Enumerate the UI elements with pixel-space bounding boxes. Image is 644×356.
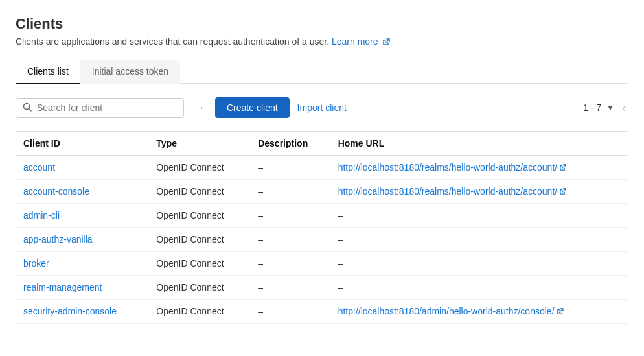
external-link-icon: [382, 38, 390, 46]
client-type: OpenID Connect: [148, 156, 250, 180]
client-home-url: –: [330, 204, 628, 228]
client-id-link[interactable]: account-console: [23, 186, 89, 196]
page-title: Clients: [16, 16, 628, 32]
external-link-icon: [559, 188, 566, 195]
client-description: –: [250, 180, 330, 204]
client-id-link[interactable]: account: [23, 162, 55, 172]
home-url-link[interactable]: http://localhost:8180/realms/hello-world…: [338, 186, 567, 196]
col-header-home-url: Home URL: [330, 132, 628, 156]
client-home-url: –: [330, 276, 628, 300]
learn-more-link[interactable]: Learn more: [332, 36, 390, 47]
search-submit-button[interactable]: →: [192, 102, 207, 113]
client-type: OpenID Connect: [148, 228, 250, 252]
home-url-link[interactable]: http://localhost:8180/realms/hello-world…: [338, 162, 567, 172]
learn-more-label: Learn more: [332, 36, 378, 47]
home-url-link[interactable]: http://localhost:8180/admin/hello-world-…: [338, 306, 564, 316]
client-description: –: [250, 156, 330, 180]
client-type: OpenID Connect: [148, 252, 250, 276]
client-id-link[interactable]: security-admin-console: [23, 306, 117, 316]
tab-clients-list[interactable]: Clients list: [16, 60, 80, 84]
table-row: security-admin-consoleOpenID Connect–htt…: [16, 300, 628, 324]
client-id-link[interactable]: app-authz-vanilla: [23, 234, 93, 244]
search-input[interactable]: [37, 102, 177, 113]
table-row: brokerOpenID Connect––: [16, 252, 628, 276]
search-icon: [23, 102, 32, 113]
table-header-row: Client ID Type Description Home URL: [16, 132, 628, 156]
client-home-url: http://localhost:8180/admin/hello-world-…: [330, 300, 628, 324]
tabs-container: Clients list Initial access token: [16, 60, 628, 84]
client-type: OpenID Connect: [148, 204, 250, 228]
client-description: –: [250, 300, 330, 324]
subtitle-text: Clients are applications and services th…: [16, 36, 329, 47]
page-subtitle: Clients are applications and services th…: [16, 36, 628, 47]
table-row: admin-cliOpenID Connect––: [16, 204, 628, 228]
table-row: app-authz-vanillaOpenID Connect––: [16, 228, 628, 252]
client-type: OpenID Connect: [148, 180, 250, 204]
svg-line-1: [29, 108, 32, 111]
client-home-url: –: [330, 228, 628, 252]
pagination-info: 1 - 7: [583, 102, 601, 113]
client-description: –: [250, 276, 330, 300]
external-link-icon: [559, 164, 566, 171]
col-header-description: Description: [250, 132, 330, 156]
col-header-type: Type: [148, 132, 250, 156]
table-row: realm-managementOpenID Connect––: [16, 276, 628, 300]
client-home-url: http://localhost:8180/realms/hello-world…: [330, 156, 628, 180]
pagination-dropdown-icon: ▼: [606, 103, 614, 112]
pagination-prev-button[interactable]: ‹: [619, 101, 628, 115]
import-client-button[interactable]: Import client: [297, 102, 347, 113]
client-type: OpenID Connect: [148, 300, 250, 324]
client-id-link[interactable]: admin-cli: [23, 210, 60, 220]
client-home-url: http://localhost:8180/realms/hello-world…: [330, 180, 628, 204]
pagination: 1 - 7 ▼ ‹: [583, 101, 628, 115]
client-description: –: [250, 204, 330, 228]
table-row: account-consoleOpenID Connect–http://loc…: [16, 180, 628, 204]
client-id-link[interactable]: broker: [23, 258, 49, 268]
external-link-icon: [557, 308, 564, 315]
search-container: [16, 98, 184, 118]
table-row: accountOpenID Connect–http://localhost:8…: [16, 156, 628, 180]
client-description: –: [250, 252, 330, 276]
create-client-button[interactable]: Create client: [215, 97, 290, 118]
client-home-url: –: [330, 252, 628, 276]
client-id-link[interactable]: realm-management: [23, 282, 102, 292]
tab-initial-access-token[interactable]: Initial access token: [80, 60, 180, 84]
client-description: –: [250, 228, 330, 252]
col-header-client-id: Client ID: [16, 132, 148, 156]
clients-table: Client ID Type Description Home URL acco…: [16, 131, 628, 324]
client-type: OpenID Connect: [148, 276, 250, 300]
toolbar: → Create client Import client 1 - 7 ▼ ‹: [16, 97, 628, 118]
